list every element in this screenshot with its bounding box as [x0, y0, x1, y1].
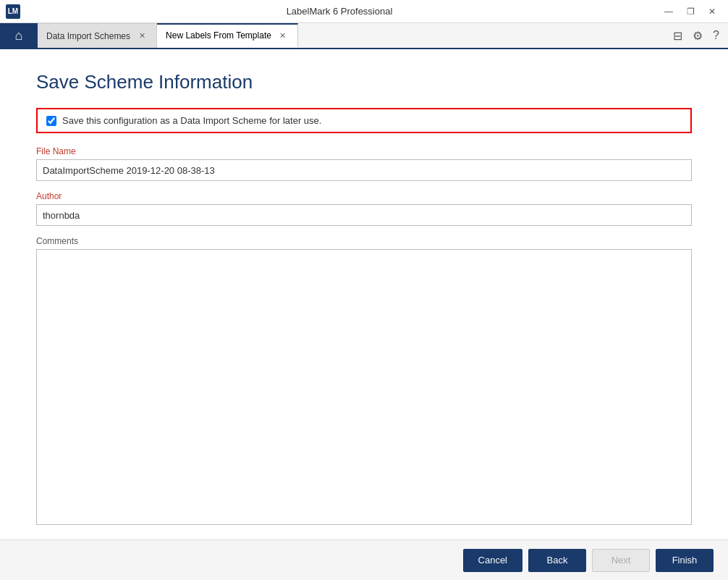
- filter-button[interactable]: ⊟: [670, 28, 685, 44]
- tab-data-import-label: Data Import Schemes: [46, 31, 130, 41]
- cancel-button[interactable]: Cancel: [463, 549, 522, 572]
- comments-textarea[interactable]: [36, 249, 692, 525]
- window-controls: — ❐ ✕: [659, 4, 722, 19]
- settings-button[interactable]: ⚙: [690, 28, 706, 44]
- home-icon: ⌂: [15, 28, 23, 43]
- close-button[interactable]: ✕: [702, 4, 722, 19]
- file-name-input[interactable]: [36, 159, 692, 181]
- back-button[interactable]: Back: [528, 549, 586, 572]
- tab-new-labels[interactable]: New Labels From Template ✕: [157, 23, 298, 48]
- help-button[interactable]: ?: [710, 28, 722, 43]
- tab-new-labels-close[interactable]: ✕: [277, 30, 289, 41]
- comments-label: Comments: [36, 236, 692, 246]
- tab-bar: ⌂ Data Import Schemes ✕ New Labels From …: [0, 23, 728, 49]
- save-scheme-checkbox-wrapper: Save this configuration as a Data Import…: [36, 108, 692, 133]
- save-scheme-checkbox[interactable]: [46, 116, 56, 126]
- save-scheme-label: Save this configuration as a Data Import…: [62, 115, 321, 126]
- maximize-button[interactable]: ❐: [680, 4, 701, 19]
- main-content: Save Scheme Information Save this config…: [0, 49, 728, 539]
- title-bar: LM LabelMark 6 Professional — ❐ ✕: [0, 0, 728, 23]
- tab-data-import[interactable]: Data Import Schemes ✕: [38, 23, 157, 48]
- page-title: Save Scheme Information: [36, 71, 692, 93]
- finish-button[interactable]: Finish: [656, 549, 714, 572]
- app-logo: LM: [6, 4, 20, 19]
- next-button: Next: [592, 549, 650, 572]
- author-input[interactable]: [36, 204, 692, 226]
- tab-new-labels-label: New Labels From Template: [166, 30, 271, 41]
- footer: Cancel Back Next Finish: [0, 539, 728, 580]
- title-bar-left: LM: [6, 4, 20, 19]
- tab-data-import-close[interactable]: ✕: [136, 30, 148, 42]
- minimize-button[interactable]: —: [659, 4, 679, 19]
- home-button[interactable]: ⌂: [0, 23, 38, 48]
- author-label: Author: [36, 191, 692, 201]
- tab-bar-actions: ⊟ ⚙ ?: [670, 23, 728, 48]
- file-name-label: File Name: [36, 146, 692, 156]
- window-title: LabelMark 6 Professional: [20, 6, 659, 17]
